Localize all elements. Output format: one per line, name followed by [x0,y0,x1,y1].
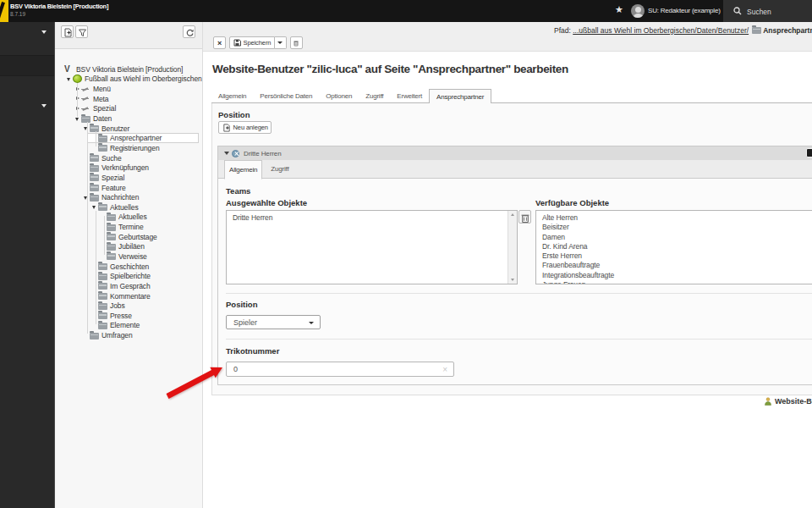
collapse-chevron-icon[interactable] [224,152,229,155]
tree-item-label[interactable]: Nachrichten [102,193,139,202]
tree-item-label[interactable]: BSV Viktoria Bielstein [Production] [76,65,183,74]
list-item[interactable]: Frauenbeauftragte [536,261,812,270]
tab-allgemein[interactable]: Allgemein [224,160,262,179]
tree-item-label[interactable]: Ansprechpartner [110,134,162,142]
new-page-button[interactable] [61,25,74,38]
tree-item-label[interactable]: Daten [93,114,112,123]
close-button[interactable]: × [213,36,226,49]
list-item[interactable]: Dr. Kind Arena [536,242,812,251]
tab-pers-nliche-daten[interactable]: Persönliche Daten [253,89,319,103]
tree-item-label[interactable]: Spezial [102,174,124,182]
tree-item[interactable]: Verweise [55,251,202,262]
tree-item-label[interactable]: Geschichten [110,262,149,271]
tab-zugriff[interactable]: Zugriff [359,89,390,103]
list-item[interactable]: Damen [536,233,812,242]
remove-record-icon[interactable] [232,150,239,157]
tree-item[interactable]: Ansprechpartner [55,133,202,143]
tab-allgemein[interactable]: Allgemein [211,89,253,103]
panel-header[interactable]: Dritte Herren [218,146,812,160]
tree-item[interactable]: BSV Viktoria Bielstein [Production] [55,64,202,75]
tree-item-label[interactable]: Suche [102,154,122,163]
tree-item[interactable]: Feature [55,183,202,193]
search-area[interactable]: Suchen [723,0,812,22]
tree-item-label[interactable]: Feature [102,184,126,192]
list-item[interactable]: Beisitzer [536,223,812,232]
tree-item[interactable]: Presse [55,311,202,321]
tree-item-label[interactable]: Kommentare [110,292,151,301]
delete-button[interactable] [290,36,303,49]
tree-item[interactable]: Jubiläen [55,242,202,252]
remove-item-button[interactable] [518,210,531,224]
module-collapse-icon[interactable] [41,30,47,34]
tree-item-label[interactable]: Jobs [110,301,125,310]
position-select[interactable]: Spieler [226,315,321,329]
list-item[interactable]: Alte Herren [536,213,812,223]
selected-objects-list[interactable]: Dritte Herren [226,210,518,284]
expand-right-icon[interactable] [74,86,81,92]
tab-optionen[interactable]: Optionen [319,89,359,103]
trikotnummer-input[interactable]: 0 × [226,362,454,377]
tree-item-label[interactable]: Im Gespräch [110,282,151,290]
tree-item-label[interactable]: Registrierungen [110,144,160,152]
tree-item-label[interactable]: Geburtstage [118,233,157,241]
bookmark-star-icon[interactable]: ★ [615,4,623,15]
tree-item-label[interactable]: Presse [110,312,132,320]
module-collapse-icon-2[interactable] [41,104,47,108]
tree-item[interactable]: Benutzer [55,124,202,134]
tab-zugriff[interactable]: Zugriff [266,160,293,179]
tree-item-label[interactable]: Fußball aus Wiehl im Oberbergischen [85,75,202,83]
tree-item[interactable]: Termine [55,222,202,232]
tree-item-label[interactable]: Elemente [110,321,140,329]
tree-item-label[interactable]: Verknüpfungen [102,163,149,172]
list-item[interactable]: Dritte Herren [227,213,507,223]
available-objects-list[interactable]: Alte HerrenBeisitzerDamenDr. Kind ArenaE… [535,210,812,284]
refresh-button[interactable] [183,25,195,38]
clear-input-icon[interactable]: × [442,362,447,377]
drag-handle-icon[interactable] [806,148,812,157]
tree-item[interactable]: Kommentare [55,291,202,301]
tree-item[interactable]: Aktuelles [55,213,202,223]
listbox-scrollbar[interactable] [508,211,517,284]
tab-ansprechpartner[interactable]: Ansprechpartner [429,89,491,104]
tree-item-label[interactable]: Aktuelles [118,213,147,221]
tree-item[interactable]: Im Gespräch [55,281,202,291]
save-options-caret[interactable] [275,36,287,49]
tree-item-label[interactable]: Termine [118,223,144,231]
logged-in-user[interactable]: SU: Redakteur (example) [648,7,721,14]
list-item[interactable]: Junge Frauen [536,280,812,284]
tree-item[interactable]: Aktuelles [55,202,202,213]
tree-item[interactable]: Suche [55,153,202,163]
module-group-active[interactable] [0,55,54,76]
list-item[interactable]: Erste Herren [536,251,812,261]
tree-item-label[interactable]: Verweise [118,252,147,261]
path-link[interactable]: ...ußball aus Wiehl im Oberbergischen/Da… [573,26,749,35]
tree-item[interactable]: Verknüpfungen [55,163,202,173]
tree-item-label[interactable]: Menü [93,85,111,93]
tree-item[interactable]: Spielberichte [55,271,202,281]
tree-item-label[interactable]: Meta [93,95,109,103]
tree-item[interactable]: Jobs [55,301,202,311]
tree-item-label[interactable]: Spielberichte [110,272,151,280]
tree-item-label[interactable]: Umfragen [102,331,133,340]
expand-right-icon[interactable] [74,105,81,112]
tree-item[interactable]: Nachrichten [55,192,202,202]
tree-item[interactable]: Elemente [55,321,202,331]
tree-item[interactable]: Registrierungen [55,143,202,153]
tree-item[interactable]: Geschichten [55,262,202,272]
expand-down-icon[interactable] [74,115,81,122]
tree-item[interactable]: Spezial [55,173,202,183]
tree-item-label[interactable]: Aktuelles [110,203,139,212]
user-avatar[interactable] [631,4,645,18]
tree-item[interactable]: Geburtstage [55,232,202,242]
list-item[interactable]: Integrationsbeauftragte [536,271,812,280]
filter-button[interactable] [75,25,88,38]
expand-down-icon[interactable] [91,204,98,211]
tree-item-label[interactable]: Jubiläen [118,242,145,251]
save-button[interactable]: Speichern [229,36,275,49]
expand-down-icon[interactable] [66,75,73,82]
tree-item[interactable]: Umfragen [55,330,202,340]
expand-down-icon[interactable] [83,194,90,201]
tree-item-label[interactable]: Benutzer [102,124,129,133]
tree-item-label[interactable]: Spezial [93,104,116,113]
new-record-button[interactable]: Neu anlegen [218,121,272,134]
